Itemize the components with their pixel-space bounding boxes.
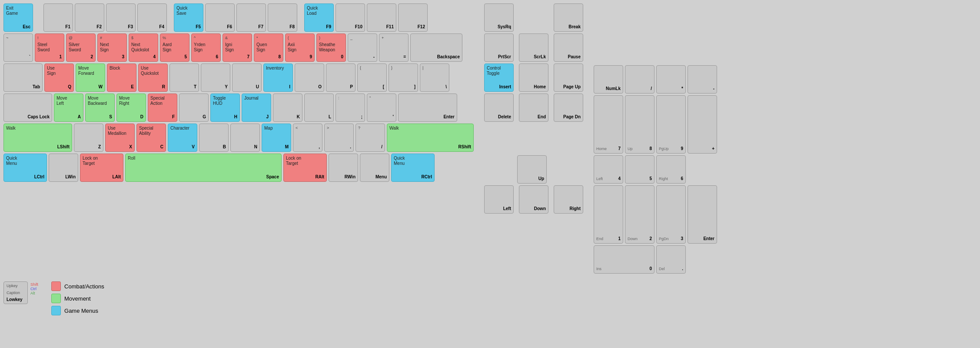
key-numpad-slash[interactable]: / — [625, 65, 654, 94]
key-ralt[interactable]: Lock onTarget RAlt — [283, 154, 327, 182]
key-m[interactable]: Map M — [262, 124, 291, 152]
key-numpad-5[interactable]: 5 — [625, 155, 654, 184]
key-x[interactable]: UseMedallion X — [105, 124, 135, 152]
key-lwin[interactable]: LWin — [49, 154, 78, 182]
key-h[interactable]: ToggleHUD H — [210, 94, 240, 122]
key-comma[interactable]: < , — [293, 124, 322, 152]
key-numpad-enter[interactable]: Enter — [688, 185, 717, 244]
key-numpad-6[interactable]: Right 6 — [656, 155, 686, 184]
key-lalt[interactable]: Lock onTarget LAlt — [80, 154, 123, 182]
key-f4[interactable]: F4 — [137, 3, 167, 32]
key-pageup[interactable]: Page Up — [554, 64, 583, 92]
key-rshift[interactable]: Walk RShift — [387, 124, 474, 152]
key-n[interactable]: N — [230, 124, 260, 152]
key-3[interactable]: # NextSign 3 — [97, 33, 127, 62]
key-quote[interactable]: " ' — [367, 94, 396, 122]
key-slash[interactable]: ? / — [355, 124, 385, 152]
key-numpad-4[interactable]: Left 4 — [594, 155, 623, 184]
key-numpad-dot[interactable]: Del . — [656, 245, 686, 274]
key-f[interactable]: SpecialAction F — [148, 94, 177, 122]
key-v[interactable]: Character V — [168, 124, 197, 152]
key-e[interactable]: Block E — [107, 64, 136, 92]
key-z[interactable]: Z — [74, 124, 103, 152]
key-numpad-7[interactable]: Home 7 — [594, 95, 623, 154]
key-numpad-9[interactable]: PgUp 9 — [656, 95, 686, 154]
key-t[interactable]: T — [169, 64, 199, 92]
key-g[interactable]: G — [179, 94, 209, 122]
key-0[interactable]: ) SheatheWeapon 0 — [316, 33, 346, 62]
key-f12[interactable]: F12 — [398, 3, 428, 32]
key-f5[interactable]: QuickSave F5 — [174, 3, 203, 32]
key-s[interactable]: MoveBackward S — [85, 94, 115, 122]
key-rctrl[interactable]: QuickMenu RCtrl — [391, 154, 435, 182]
key-end[interactable]: End — [519, 94, 548, 122]
key-sysrq[interactable]: SysRq — [484, 3, 514, 32]
key-1[interactable]: ! SteelSword 1 — [35, 33, 64, 62]
key-numpad-0[interactable]: Ins 0 — [594, 245, 654, 274]
key-f8[interactable]: F8 — [268, 3, 297, 32]
key-scrlk[interactable]: ScrLk — [519, 33, 548, 62]
key-menu[interactable]: Menu — [360, 154, 389, 182]
key-numlk[interactable]: NumLk — [594, 65, 623, 94]
key-9[interactable]: ( AxiiSign 9 — [285, 33, 315, 62]
key-f2[interactable]: F2 — [75, 3, 104, 32]
key-numpad-2[interactable]: Down 2 — [625, 185, 654, 244]
key-down-arrow[interactable]: Down — [519, 185, 548, 214]
key-period[interactable]: > . — [324, 124, 354, 152]
key-j[interactable]: Journal J — [242, 94, 271, 122]
key-d[interactable]: MoveRight D — [116, 94, 146, 122]
key-right-arrow[interactable]: Right — [554, 185, 583, 214]
key-f7[interactable]: F7 — [236, 3, 266, 32]
key-numpad-minus[interactable]: - — [688, 65, 717, 94]
key-k[interactable]: K — [273, 94, 302, 122]
key-5[interactable]: % AardSign 5 — [160, 33, 189, 62]
key-up-arrow[interactable]: Up — [517, 155, 547, 184]
key-8[interactable]: * QuenSign 8 — [254, 33, 283, 62]
key-pause[interactable]: Pause — [554, 33, 583, 62]
key-esc[interactable]: ExitGame Esc — [3, 3, 33, 32]
key-f1[interactable]: F1 — [43, 3, 73, 32]
key-semicolon[interactable]: : ; — [336, 94, 365, 122]
key-f11[interactable]: F11 — [367, 3, 396, 32]
key-l[interactable]: L — [304, 94, 334, 122]
key-i[interactable]: Inventory I — [263, 64, 293, 92]
key-enter[interactable]: Enter — [398, 94, 457, 122]
key-r[interactable]: UseQuickslot R — [138, 64, 168, 92]
key-u[interactable]: U — [232, 64, 262, 92]
key-4[interactable]: $ NextQuickslot 4 — [129, 33, 158, 62]
key-2[interactable]: @ SilverSword 2 — [66, 33, 96, 62]
key-y[interactable]: Y — [201, 64, 230, 92]
key-backspace[interactable]: Backspace — [410, 33, 462, 62]
key-numpad-plus[interactable]: + — [688, 95, 717, 154]
key-7[interactable]: & IgniSign 7 — [223, 33, 252, 62]
key-o[interactable]: O — [295, 64, 324, 92]
key-minus[interactable]: _ - — [348, 33, 377, 62]
key-c[interactable]: SpecialAbility C — [136, 124, 166, 152]
key-p[interactable]: P — [326, 64, 355, 92]
key-numpad-star[interactable]: * — [656, 65, 686, 94]
key-space[interactable]: Roll Space — [125, 154, 282, 182]
key-lshift[interactable]: Walk LShift — [3, 124, 72, 152]
key-caps-lock[interactable]: Caps Lock — [3, 94, 52, 122]
key-q[interactable]: UseSign Q — [44, 64, 74, 92]
key-f10[interactable]: F10 — [336, 3, 365, 32]
key-6[interactable]: ^ YrdenSign 6 — [191, 33, 221, 62]
key-delete[interactable]: Delete — [484, 94, 514, 122]
key-numpad-8[interactable]: Up 8 — [625, 95, 654, 154]
key-home[interactable]: Home — [519, 64, 548, 92]
key-b[interactable]: B — [199, 124, 229, 152]
key-backtick[interactable]: ~ ` — [3, 33, 33, 62]
key-tab[interactable]: Tab — [3, 64, 43, 92]
key-lctrl[interactable]: QuickMenu LCtrl — [3, 154, 47, 182]
key-open-bracket[interactable]: { [ — [357, 64, 387, 92]
key-left-arrow[interactable]: Left — [484, 185, 514, 214]
key-rwin[interactable]: RWin — [329, 154, 358, 182]
key-f3[interactable]: F3 — [106, 3, 136, 32]
key-equals[interactable]: + = — [379, 33, 409, 62]
key-prtscr[interactable]: PrtScr — [484, 33, 514, 62]
key-f9[interactable]: QuickLoad F9 — [304, 3, 334, 32]
key-numpad-3[interactable]: PgDn 3 — [656, 185, 686, 244]
key-backslash[interactable]: | \ — [420, 64, 449, 92]
key-w[interactable]: MoveForward W — [76, 64, 105, 92]
key-pagedn[interactable]: Page Dn — [554, 94, 583, 122]
